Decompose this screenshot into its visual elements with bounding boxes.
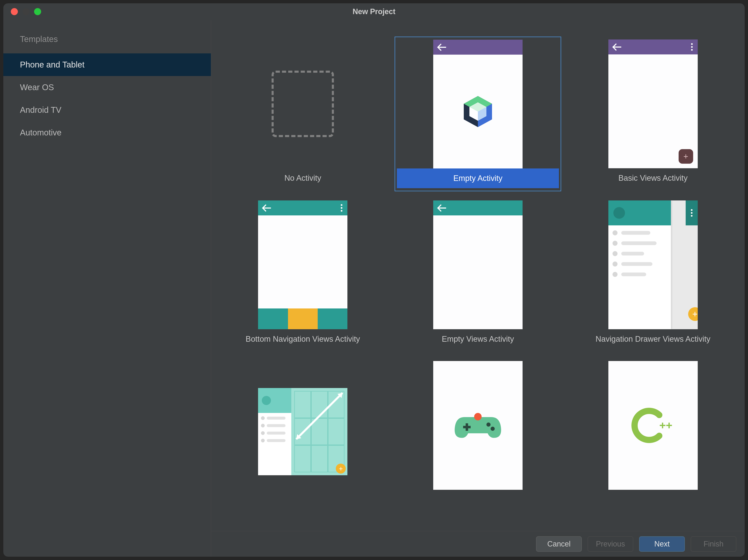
cancel-button[interactable]: Cancel [536, 536, 582, 552]
bottom-nav-icon [258, 309, 347, 329]
cpp-icon: ++ [630, 407, 676, 444]
sidebar-item-wear-os[interactable]: Wear OS [3, 76, 211, 99]
window-close-button[interactable] [11, 8, 18, 15]
no-activity-icon [272, 71, 334, 137]
template-label: Basic Views Activity [571, 168, 734, 188]
appbar [258, 200, 347, 215]
template-basic-views[interactable]: + Basic Views Activity [569, 36, 737, 191]
template-label: Bottom Navigation Views Activity [221, 329, 384, 349]
template-label: Empty Activity [397, 168, 559, 188]
template-no-activity[interactable]: No Activity [219, 36, 386, 191]
template-game-activity[interactable]: Game Activity (C++) [395, 358, 561, 512]
template-native-cpp[interactable]: ++ Native C++ [569, 358, 737, 512]
window-zoom-button[interactable] [34, 8, 41, 15]
window-minimize-button[interactable] [22, 8, 29, 15]
overflow-menu-icon [341, 204, 343, 212]
back-arrow-icon [438, 205, 447, 211]
appbar [433, 200, 522, 215]
back-arrow-icon [613, 45, 623, 49]
next-button[interactable]: Next [639, 536, 685, 552]
template-grid: No Activity [219, 36, 737, 512]
sidebar-heading: Templates [3, 28, 211, 53]
compose-logo-icon [460, 94, 495, 129]
template-label: Navigation Drawer Views Activity [571, 329, 734, 349]
titlebar: New Project [3, 3, 745, 20]
template-responsive-views[interactable]: + Responsive Views Activity [219, 358, 386, 512]
svg-point-14 [474, 413, 482, 420]
template-empty-activity[interactable]: Empty Activity [395, 36, 561, 191]
game-controller-icon [454, 409, 502, 442]
template-label: No Activity [221, 168, 384, 188]
fab-add-icon: + [679, 149, 693, 164]
template-navigation-drawer[interactable]: + Navigation Drawer Views Activity [569, 197, 737, 352]
back-arrow-icon [263, 205, 272, 211]
finish-button: Finish [691, 536, 737, 552]
svg-line-7 [296, 393, 343, 439]
previous-button: Previous [588, 536, 633, 552]
sidebar-item-phone-tablet[interactable]: Phone and Tablet [3, 53, 211, 76]
svg-rect-11 [463, 426, 471, 428]
window-title: New Project [3, 7, 745, 16]
appbar [433, 40, 522, 55]
wizard-footer: Cancel Previous Next Finish [211, 531, 745, 557]
overflow-menu-icon [691, 43, 693, 51]
svg-text:++: ++ [659, 419, 672, 432]
appbar [608, 40, 698, 54]
template-bottom-navigation[interactable]: Bottom Navigation Views Activity [219, 197, 386, 352]
templates-sidebar: Templates Phone and Tablet Wear OS Andro… [3, 20, 211, 557]
back-arrow-icon [438, 45, 447, 50]
nav-drawer-icon [608, 200, 671, 329]
responsive-preview-icon: + [258, 388, 347, 475]
svg-point-12 [486, 422, 491, 427]
template-label: Empty Views Activity [397, 329, 559, 349]
svg-point-13 [491, 427, 495, 431]
sidebar-item-android-tv[interactable]: Android TV [3, 99, 211, 121]
sidebar-item-automotive[interactable]: Automotive [3, 121, 211, 144]
template-empty-views[interactable]: Empty Views Activity [395, 197, 561, 352]
